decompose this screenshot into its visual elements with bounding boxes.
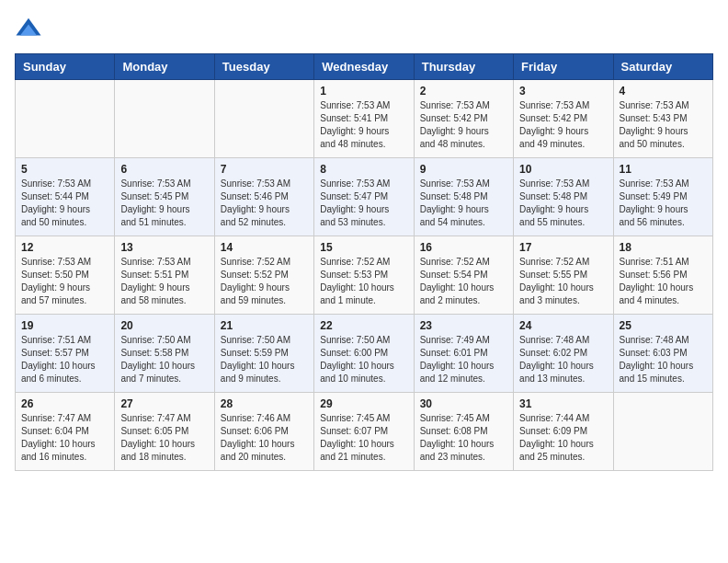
day-header-saturday: Saturday xyxy=(613,54,712,80)
day-number: 16 xyxy=(420,241,507,254)
calendar-cell xyxy=(613,393,712,471)
day-number: 18 xyxy=(620,241,707,254)
calendar-week-row: 26Sunrise: 7:47 AM Sunset: 6:04 PM Dayli… xyxy=(16,393,713,471)
calendar-cell: 22Sunrise: 7:50 AM Sunset: 6:00 PM Dayli… xyxy=(314,315,414,393)
cell-info: Sunrise: 7:53 AM Sunset: 5:42 PM Dayligh… xyxy=(519,99,607,151)
day-number: 3 xyxy=(519,85,607,98)
calendar-cell: 3Sunrise: 7:53 AM Sunset: 5:42 PM Daylig… xyxy=(514,80,613,158)
cell-info: Sunrise: 7:53 AM Sunset: 5:51 PM Dayligh… xyxy=(120,256,208,307)
calendar-week-row: 5Sunrise: 7:53 AM Sunset: 5:44 PM Daylig… xyxy=(16,158,713,236)
calendar-cell: 30Sunrise: 7:45 AM Sunset: 6:08 PM Dayli… xyxy=(414,393,513,471)
day-header-friday: Friday xyxy=(514,54,613,80)
cell-info: Sunrise: 7:53 AM Sunset: 5:48 PM Dayligh… xyxy=(519,178,607,229)
day-number: 4 xyxy=(620,85,707,98)
cell-info: Sunrise: 7:52 AM Sunset: 5:54 PM Dayligh… xyxy=(420,256,507,307)
cell-info: Sunrise: 7:53 AM Sunset: 5:45 PM Dayligh… xyxy=(120,178,208,229)
cell-info: Sunrise: 7:52 AM Sunset: 5:53 PM Dayligh… xyxy=(320,256,407,307)
calendar-table: SundayMondayTuesdayWednesdayThursdayFrid… xyxy=(15,53,713,471)
day-number: 7 xyxy=(221,163,308,176)
logo xyxy=(15,15,46,42)
day-number: 11 xyxy=(620,163,707,176)
day-number: 30 xyxy=(420,397,507,410)
calendar-cell: 4Sunrise: 7:53 AM Sunset: 5:43 PM Daylig… xyxy=(613,80,712,158)
calendar-header-row: SundayMondayTuesdayWednesdayThursdayFrid… xyxy=(16,54,713,80)
cell-info: Sunrise: 7:46 AM Sunset: 6:06 PM Dayligh… xyxy=(221,412,308,464)
logo-icon xyxy=(15,15,42,42)
calendar-cell: 12Sunrise: 7:53 AM Sunset: 5:50 PM Dayli… xyxy=(16,236,115,315)
calendar-cell: 1Sunrise: 7:53 AM Sunset: 5:41 PM Daylig… xyxy=(314,80,414,158)
day-header-wednesday: Wednesday xyxy=(314,54,414,80)
day-number: 20 xyxy=(120,319,208,332)
calendar-cell: 17Sunrise: 7:52 AM Sunset: 5:55 PM Dayli… xyxy=(514,236,613,315)
day-number: 26 xyxy=(21,397,108,410)
day-number: 13 xyxy=(120,241,208,254)
cell-info: Sunrise: 7:47 AM Sunset: 6:04 PM Dayligh… xyxy=(21,412,108,464)
calendar-cell: 25Sunrise: 7:48 AM Sunset: 6:03 PM Dayli… xyxy=(613,315,712,393)
cell-info: Sunrise: 7:47 AM Sunset: 6:05 PM Dayligh… xyxy=(120,412,208,464)
cell-info: Sunrise: 7:50 AM Sunset: 5:59 PM Dayligh… xyxy=(221,334,308,385)
day-number: 29 xyxy=(320,397,407,410)
cell-info: Sunrise: 7:44 AM Sunset: 6:09 PM Dayligh… xyxy=(519,412,607,464)
cell-info: Sunrise: 7:51 AM Sunset: 5:56 PM Dayligh… xyxy=(620,256,707,307)
cell-info: Sunrise: 7:50 AM Sunset: 6:00 PM Dayligh… xyxy=(320,334,407,385)
calendar-cell: 11Sunrise: 7:53 AM Sunset: 5:49 PM Dayli… xyxy=(613,158,712,236)
cell-info: Sunrise: 7:53 AM Sunset: 5:49 PM Dayligh… xyxy=(620,178,707,229)
cell-info: Sunrise: 7:45 AM Sunset: 6:08 PM Dayligh… xyxy=(420,412,507,464)
day-number: 6 xyxy=(120,163,208,176)
cell-info: Sunrise: 7:53 AM Sunset: 5:44 PM Dayligh… xyxy=(21,178,108,229)
cell-info: Sunrise: 7:48 AM Sunset: 6:02 PM Dayligh… xyxy=(519,334,607,385)
cell-info: Sunrise: 7:53 AM Sunset: 5:41 PM Dayligh… xyxy=(320,99,407,151)
day-number: 25 xyxy=(620,319,707,332)
day-number: 1 xyxy=(320,85,407,98)
cell-info: Sunrise: 7:50 AM Sunset: 5:58 PM Dayligh… xyxy=(120,334,208,385)
calendar-cell: 6Sunrise: 7:53 AM Sunset: 5:45 PM Daylig… xyxy=(115,158,214,236)
day-number: 8 xyxy=(320,163,407,176)
day-number: 12 xyxy=(21,241,108,254)
calendar-week-row: 1Sunrise: 7:53 AM Sunset: 5:41 PM Daylig… xyxy=(16,80,713,158)
day-number: 23 xyxy=(420,319,507,332)
cell-info: Sunrise: 7:52 AM Sunset: 5:52 PM Dayligh… xyxy=(221,256,308,307)
day-header-tuesday: Tuesday xyxy=(214,54,313,80)
calendar-cell: 20Sunrise: 7:50 AM Sunset: 5:58 PM Dayli… xyxy=(115,315,214,393)
calendar-cell: 7Sunrise: 7:53 AM Sunset: 5:46 PM Daylig… xyxy=(214,158,313,236)
day-number: 10 xyxy=(519,163,607,176)
cell-info: Sunrise: 7:53 AM Sunset: 5:46 PM Dayligh… xyxy=(221,178,308,229)
cell-info: Sunrise: 7:48 AM Sunset: 6:03 PM Dayligh… xyxy=(620,334,707,385)
calendar-cell: 16Sunrise: 7:52 AM Sunset: 5:54 PM Dayli… xyxy=(414,236,513,315)
calendar-week-row: 12Sunrise: 7:53 AM Sunset: 5:50 PM Dayli… xyxy=(16,236,713,315)
calendar-cell: 18Sunrise: 7:51 AM Sunset: 5:56 PM Dayli… xyxy=(613,236,712,315)
calendar-cell: 8Sunrise: 7:53 AM Sunset: 5:47 PM Daylig… xyxy=(314,158,414,236)
day-number: 17 xyxy=(519,241,607,254)
day-number: 31 xyxy=(519,397,607,410)
day-number: 19 xyxy=(21,319,108,332)
cell-info: Sunrise: 7:53 AM Sunset: 5:42 PM Dayligh… xyxy=(420,99,507,151)
cell-info: Sunrise: 7:53 AM Sunset: 5:43 PM Dayligh… xyxy=(620,99,707,151)
calendar-cell: 10Sunrise: 7:53 AM Sunset: 5:48 PM Dayli… xyxy=(514,158,613,236)
calendar-week-row: 19Sunrise: 7:51 AM Sunset: 5:57 PM Dayli… xyxy=(16,315,713,393)
calendar-cell xyxy=(16,80,115,158)
day-number: 22 xyxy=(320,319,407,332)
calendar-cell: 9Sunrise: 7:53 AM Sunset: 5:48 PM Daylig… xyxy=(414,158,513,236)
day-number: 28 xyxy=(221,397,308,410)
day-number: 24 xyxy=(519,319,607,332)
calendar-cell: 19Sunrise: 7:51 AM Sunset: 5:57 PM Dayli… xyxy=(16,315,115,393)
cell-info: Sunrise: 7:53 AM Sunset: 5:50 PM Dayligh… xyxy=(21,256,108,307)
calendar-cell: 5Sunrise: 7:53 AM Sunset: 5:44 PM Daylig… xyxy=(16,158,115,236)
day-number: 15 xyxy=(320,241,407,254)
calendar-cell: 29Sunrise: 7:45 AM Sunset: 6:07 PM Dayli… xyxy=(314,393,414,471)
calendar-cell: 15Sunrise: 7:52 AM Sunset: 5:53 PM Dayli… xyxy=(314,236,414,315)
calendar-cell: 28Sunrise: 7:46 AM Sunset: 6:06 PM Dayli… xyxy=(214,393,313,471)
calendar-cell: 13Sunrise: 7:53 AM Sunset: 5:51 PM Dayli… xyxy=(115,236,214,315)
calendar-cell xyxy=(115,80,214,158)
cell-info: Sunrise: 7:51 AM Sunset: 5:57 PM Dayligh… xyxy=(21,334,108,385)
calendar-cell: 2Sunrise: 7:53 AM Sunset: 5:42 PM Daylig… xyxy=(414,80,513,158)
cell-info: Sunrise: 7:52 AM Sunset: 5:55 PM Dayligh… xyxy=(519,256,607,307)
day-header-thursday: Thursday xyxy=(414,54,513,80)
calendar-cell: 23Sunrise: 7:49 AM Sunset: 6:01 PM Dayli… xyxy=(414,315,513,393)
day-number: 14 xyxy=(221,241,308,254)
calendar-cell: 14Sunrise: 7:52 AM Sunset: 5:52 PM Dayli… xyxy=(214,236,313,315)
page-header xyxy=(15,15,713,42)
calendar-cell: 24Sunrise: 7:48 AM Sunset: 6:02 PM Dayli… xyxy=(514,315,613,393)
day-number: 9 xyxy=(420,163,507,176)
cell-info: Sunrise: 7:45 AM Sunset: 6:07 PM Dayligh… xyxy=(320,412,407,464)
